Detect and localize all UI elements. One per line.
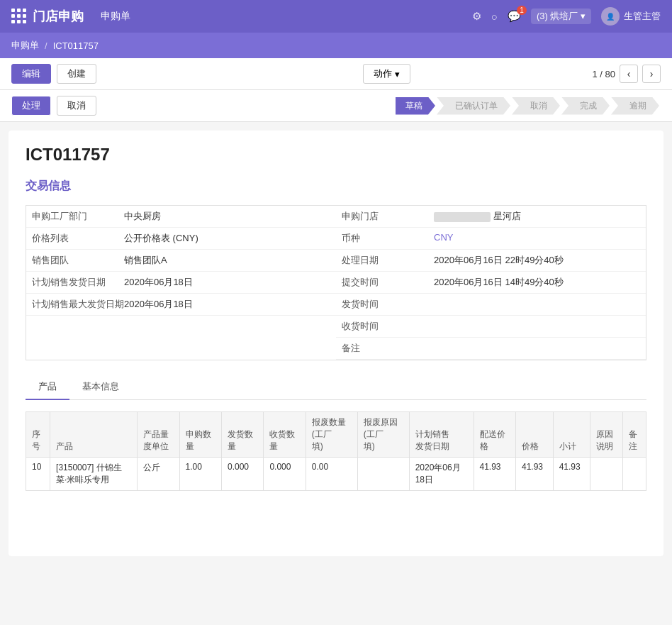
label-ship-time: 发货时间 — [342, 298, 434, 311]
toolbar: 编辑 创建 动作 ▾ 1 / 80 ‹ › — [0, 58, 672, 90]
label-submit-time: 提交时间 — [342, 276, 434, 289]
breadcrumb-current: ICT011757 — [53, 40, 99, 51]
col-header-seq: 序号 — [26, 412, 50, 458]
label-factory-dept: 申购工厂部门 — [32, 210, 124, 223]
info-row-currency: 币种 CNY — [336, 228, 646, 250]
col-header-price: 价格 — [515, 412, 553, 458]
create-button[interactable]: 创建 — [57, 64, 96, 84]
info-row-factory-dept: 申购工厂部门 中央厨房 — [26, 206, 336, 228]
settings-icon[interactable]: ⚙ — [472, 10, 481, 23]
value-currency[interactable]: CNY — [434, 232, 453, 245]
col-header-unit: 产品量度单位 — [138, 412, 179, 458]
top-navigation: 门店申购 申购单 ⚙ ○ 💬 1 (3) 烘培厂 ▾ 👤 生管主管 — [0, 0, 672, 33]
label-pricelist: 价格列表 — [32, 232, 124, 245]
info-row-pricelist: 价格列表 公开价格表 (CNY) — [26, 228, 336, 250]
detail-tabs: 产品 基本信息 — [26, 375, 646, 400]
products-table: 序号 产品 产品量度单位 申购数量 发货数量 收货数量 报废数量(工厂填) 报废… — [26, 411, 646, 491]
status-step-overdue: 逾期 — [611, 97, 659, 115]
info-row-plan-date: 计划销售发货日期 2020年06月18日 — [26, 272, 336, 294]
label-process-date: 处理日期 — [342, 254, 434, 267]
value-process-date: 2020年06月16日 22时49分40秒 — [434, 254, 564, 267]
avatar: 👤 — [601, 7, 620, 26]
label-plan-date: 计划销售发货日期 — [32, 276, 124, 289]
label-store: 申购门店 — [342, 210, 434, 223]
cell-qty-purchase: 1.00 — [179, 458, 221, 491]
blurred-value — [434, 212, 491, 222]
label-currency: 币种 — [342, 232, 434, 245]
status-step-draft: 草稿 — [396, 97, 435, 115]
value-max-date: 2020年06月18日 — [124, 298, 193, 311]
table-row: 10 [3150007] 什锦生菜·米啡乐专用 公斤 1.00 0.000 0.… — [26, 458, 646, 491]
value-pricelist: 公开价格表 (CNY) — [124, 232, 198, 245]
factory-selector[interactable]: (3) 烘培厂 ▾ — [531, 9, 591, 24]
col-header-product: 产品 — [50, 412, 138, 458]
status-step-completed: 完成 — [561, 97, 610, 115]
info-row-submit-time: 提交时间 2020年06月16日 14时49分40秒 — [336, 272, 646, 294]
value-factory-dept: 中央厨房 — [124, 210, 161, 223]
value-submit-time: 2020年06月16日 14时49分40秒 — [434, 276, 564, 289]
cell-plan-date: 2020年06月18日 — [409, 458, 474, 491]
info-row-note: 备注 — [336, 338, 646, 360]
transaction-info-grid: 申购工厂部门 中央厨房 价格列表 公开价格表 (CNY) 销售团队 销售团队A … — [26, 205, 646, 360]
section-title-transaction: 交易信息 — [26, 179, 646, 194]
tab-basic-info[interactable]: 基本信息 — [69, 375, 132, 400]
label-max-date: 计划销售最大发货日期 — [32, 298, 124, 311]
col-header-qty-purchase: 申购数量 — [179, 412, 221, 458]
chat-icon-wrapper[interactable]: 💬 1 — [508, 10, 521, 23]
info-col-left: 申购工厂部门 中央厨房 价格列表 公开价格表 (CNY) 销售团队 销售团队A … — [26, 206, 336, 360]
breadcrumb-separator: / — [45, 40, 47, 51]
breadcrumb-root[interactable]: 申购单 — [11, 39, 39, 52]
col-header-qty-receive: 收货数量 — [264, 412, 306, 458]
cell-seq: 10 — [26, 458, 50, 491]
user-label: 生管主管 — [624, 10, 661, 23]
status-step-cancelled: 取消 — [512, 97, 560, 115]
sub-navigation: 申购单 / ICT011757 — [0, 33, 672, 58]
info-row-max-date: 计划销售最大发货日期 2020年06月18日 — [26, 294, 336, 316]
top-menu-label[interactable]: 申购单 — [101, 10, 130, 23]
status-steps: 草稿 已确认订单 取消 完成 逾期 — [396, 97, 661, 115]
grid-icon — [11, 9, 27, 24]
status-bar: 处理 取消 草稿 已确认订单 取消 完成 逾期 — [0, 90, 672, 122]
info-row-process-date: 处理日期 2020年06月16日 22时49分40秒 — [336, 250, 646, 272]
col-header-note: 备注 — [623, 412, 646, 458]
cell-subtotal: 41.93 — [553, 458, 590, 491]
col-header-plan-deliver-date: 计划销售发货日期 — [409, 412, 474, 458]
cell-product: [3150007] 什锦生菜·米啡乐专用 — [50, 458, 138, 491]
user-menu[interactable]: 👤 生管主管 — [601, 7, 661, 26]
cell-unit: 公斤 — [138, 458, 179, 491]
col-header-qty-waste: 报废数量(工厂填) — [306, 412, 357, 458]
pagination: 1 / 80 ‹ › — [592, 65, 661, 83]
edit-button[interactable]: 编辑 — [11, 64, 51, 84]
clock-icon[interactable]: ○ — [491, 11, 498, 23]
action-button[interactable]: 动作 ▾ — [363, 64, 410, 84]
col-header-deliver-price: 配送价格 — [474, 412, 515, 458]
value-store: 星河店 — [434, 210, 521, 223]
col-header-reason: 原因说明 — [590, 412, 623, 458]
cell-note — [623, 458, 646, 491]
pagination-info: 1 / 80 — [592, 69, 615, 79]
record-id: ICT011757 — [26, 145, 646, 165]
label-sales-team: 销售团队 — [32, 254, 124, 267]
col-header-qty-deliver: 发货数量 — [221, 412, 263, 458]
tab-products[interactable]: 产品 — [26, 375, 69, 400]
cell-deliver-price: 41.93 — [474, 458, 515, 491]
app-logo: 门店申购 — [11, 8, 84, 25]
topnav-icons: ⚙ ○ 💬 1 (3) 烘培厂 ▾ 👤 生管主管 — [472, 7, 661, 26]
process-button[interactable]: 处理 — [11, 96, 51, 116]
value-sales-team: 销售团队A — [124, 254, 167, 267]
label-receive-time: 收货时间 — [342, 320, 434, 333]
info-row-sales-team: 销售团队 销售团队A — [26, 250, 336, 272]
value-plan-date: 2020年06月18日 — [124, 276, 193, 289]
info-row-store: 申购门店 星河店 — [336, 206, 646, 228]
pagination-prev-button[interactable]: ‹ — [620, 65, 638, 83]
info-row-receive-time: 收货时间 — [336, 316, 646, 338]
info-row-ship-time: 发货时间 — [336, 294, 646, 316]
app-title: 门店申购 — [33, 8, 84, 25]
cell-qty-waste: 0.00 — [306, 458, 357, 491]
cell-qty-deliver: 0.000 — [221, 458, 263, 491]
status-step-confirmed: 已确认订单 — [437, 97, 510, 115]
pagination-next-button[interactable]: › — [642, 65, 661, 83]
cancel-button[interactable]: 取消 — [57, 96, 96, 116]
col-header-subtotal: 小计 — [553, 412, 590, 458]
cell-qty-receive: 0.000 — [264, 458, 306, 491]
